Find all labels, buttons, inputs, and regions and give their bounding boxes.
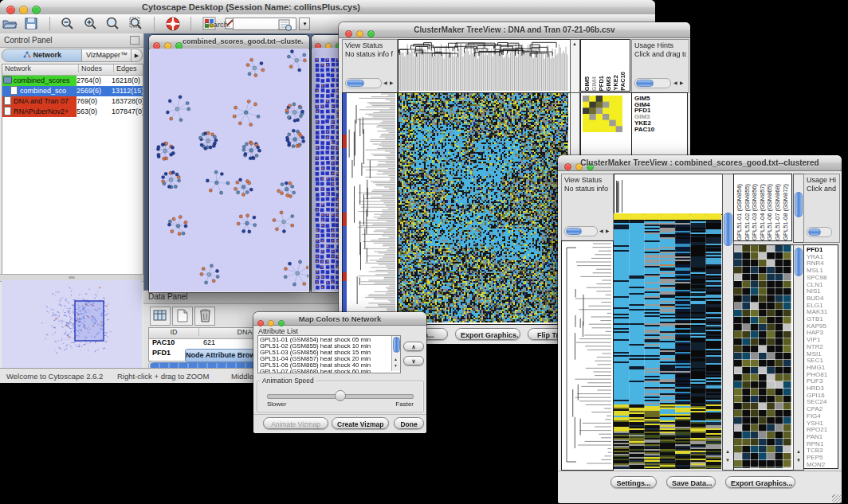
attribute-item[interactable]: GPL51-03 (GSM856) heat shock 15 min <box>260 350 400 356</box>
column-dendrogram-canvas[interactable] <box>398 40 568 91</box>
column-label[interactable]: GIM4 <box>591 76 598 91</box>
window-title: Cytoscape Desktop (Session Name: collins… <box>0 2 502 12</box>
heatmap-canvas[interactable] <box>614 213 721 469</box>
scroll-left-icon[interactable]: ◀ <box>383 80 387 85</box>
open-session-button[interactable] <box>2 16 18 34</box>
row-dendrogram-box <box>342 92 398 325</box>
similarity-matrix-canvas[interactable] <box>583 96 622 132</box>
hints-hscrollbar[interactable] <box>807 227 832 237</box>
export-graphics-button[interactable]: Export Graphics... <box>455 328 520 340</box>
row-label[interactable]: PAC10 <box>634 127 687 133</box>
column-label[interactable]: GPL51-06 (GSM865) <box>766 184 774 240</box>
attribute-item[interactable]: GPL51-01 (GSM854) heat shock 05 min <box>260 337 400 343</box>
treeview2-titlebar[interactable]: ClusterMaker TreeView : combined_scores_… <box>558 155 842 171</box>
attribute-item[interactable]: GPL51-02 (GSM855) heat shock 10 min <box>260 343 400 350</box>
zoom-out-icon[interactable] <box>60 16 76 35</box>
network-list-item[interactable]: RNAPuberNov2+ 563(0)107847(0) <box>2 107 143 117</box>
column-label[interactable]: PFD1 <box>598 76 605 91</box>
export-graphics-button[interactable]: Export Graphics... <box>725 476 795 488</box>
column-labels: GIM5GIM4PFD1GIM3YKE2PAC10 <box>580 39 630 92</box>
column-label[interactable]: YKE2 <box>612 75 619 91</box>
save-data-button[interactable]: Save Data... <box>666 476 716 488</box>
usage-hints-title: Usage Hints <box>634 41 673 49</box>
birdseye-view[interactable] <box>2 280 142 368</box>
network1-title: combined_scores_good.txt--cluste... <box>183 37 304 45</box>
status-hscrollbar[interactable] <box>345 78 382 88</box>
hints-hscrollbar[interactable] <box>634 78 671 88</box>
attribute-select-button[interactable] <box>150 307 171 326</box>
column-label[interactable]: GPL51-03 (GSM856) <box>751 184 759 240</box>
heatmap-vscrollbar[interactable]: ▲▼ <box>722 174 734 471</box>
dialog-titlebar[interactable]: Map Colors to Network <box>253 312 426 326</box>
tab-network[interactable]: Network <box>2 49 83 62</box>
animate-vizmap-button[interactable]: Animate Vizmap <box>263 417 328 429</box>
scroll-right-icon[interactable]: ▶ <box>390 80 394 85</box>
column-label[interactable]: GPL51-04 (GSM857) <box>759 184 767 240</box>
attribute-item[interactable]: GPL51-04 (GSM857) heat shock 20 min <box>260 356 400 362</box>
zoom-selected-icon[interactable] <box>128 16 144 35</box>
search-dropdown-button[interactable]: ▾ <box>299 18 310 30</box>
desktop: Cytoscape Desktop (Session Name: collins… <box>0 0 848 504</box>
tab-overflow-arrow[interactable]: ▶ <box>131 49 143 62</box>
col-nodes[interactable]: Nodes <box>78 64 102 72</box>
help-icon[interactable] <box>165 16 181 35</box>
network-list-item-selected[interactable]: combined_sco 2569(6)13112(15) <box>2 86 143 96</box>
delete-attribute-icon[interactable] <box>194 307 215 326</box>
scroll-right-icon[interactable]: ▶ <box>606 229 610 233</box>
status-hscrollbar[interactable] <box>564 226 598 236</box>
zoom-fit-icon[interactable] <box>105 16 121 35</box>
move-down-button[interactable]: ∨ <box>403 356 424 365</box>
view-status-panel: View Status No status info f ◀ ▶ <box>342 39 398 93</box>
network-list-item[interactable]: DNA and Tran 07 769(0)183728(0) <box>2 96 143 107</box>
treeview2-window: ClusterMaker TreeView : combined_scores_… <box>558 155 842 503</box>
col-edges[interactable]: Edges <box>113 64 137 72</box>
desktop-gap <box>426 344 562 383</box>
tab-vizmapper[interactable]: VizMapper™ <box>81 49 132 62</box>
thin-scrollbar[interactable]: ▲ <box>570 39 580 93</box>
zoom-in-icon[interactable] <box>83 16 99 35</box>
scroll-left-icon[interactable]: ◀ <box>673 80 677 85</box>
network-canvas[interactable] <box>150 49 308 291</box>
network1-titlebar[interactable]: combined_scores_good.txt--cluste... <box>149 35 309 49</box>
genes-vscrollbar[interactable]: ▲▼ <box>793 244 804 471</box>
column-label[interactable]: GPL51-07 (GSM868) <box>774 184 782 240</box>
network-list-item[interactable]: combined_scores 2764(0)16218(0) <box>2 76 143 86</box>
node-attribute-browser-tab[interactable]: Node Attribute Brows <box>185 349 260 362</box>
gene-label[interactable]: MON2 <box>807 462 838 469</box>
treeview1-titlebar[interactable]: ClusterMaker TreeView : DNA and Tran 07-… <box>339 22 690 38</box>
search-box: ▾ <box>233 18 310 32</box>
column-label[interactable]: GPL51-01 (GSM854) <box>736 184 744 240</box>
treeview1-title: ClusterMaker TreeView : DNA and Tran 07-… <box>339 25 690 34</box>
id-column-header[interactable]: ID <box>149 328 198 336</box>
column-label[interactable]: GIM3 <box>605 76 612 91</box>
done-button[interactable]: Done <box>394 417 424 429</box>
slower-label: Slower <box>267 400 286 408</box>
column-label[interactable]: GPL51-02 (GSM855) <box>744 184 752 240</box>
scroll-right-icon[interactable]: ▶ <box>680 80 684 85</box>
column-dendrogram-canvas[interactable] <box>614 174 720 213</box>
labels-vscrollbar[interactable] <box>793 174 804 243</box>
list-vscrollbar[interactable]: ▲ ▼ <box>391 336 400 371</box>
column-label[interactable]: PAC10 <box>619 72 626 91</box>
float-panel-icon[interactable] <box>130 36 139 45</box>
data-panel-title: Data Panel <box>148 292 187 301</box>
settings-button[interactable]: Settings... <box>610 476 657 488</box>
speed-slider-thumb[interactable] <box>335 390 346 401</box>
resize-grip[interactable] <box>832 494 841 503</box>
create-vizmap-button[interactable]: Create Vizmap <box>332 417 389 429</box>
row-dendrogram-canvas[interactable] <box>347 93 395 322</box>
col-network[interactable]: Network <box>5 64 31 72</box>
attribute-item[interactable]: GPL51-07 (GSM868) heat shock 60 min <box>260 369 400 373</box>
move-up-button[interactable]: ∧ <box>403 342 424 351</box>
heatmap-canvas[interactable] <box>398 93 568 322</box>
attribute-item[interactable]: GPL51-06 (GSM865) heat shock 40 min <box>260 362 400 369</box>
control-panel-title: Control Panel <box>4 36 53 45</box>
main-titlebar[interactable]: Cytoscape Desktop (Session Name: collins… <box>0 0 655 15</box>
column-label[interactable]: GIM5 <box>583 76 591 91</box>
zoom-heatmap-canvas[interactable] <box>734 245 791 468</box>
new-attribute-button[interactable] <box>172 307 193 326</box>
scroll-left-icon[interactable]: ◀ <box>599 229 603 233</box>
row-dendrogram-canvas[interactable] <box>562 241 611 468</box>
column-label[interactable]: GPL51-08 (GSM872) <box>782 184 790 240</box>
save-session-button[interactable] <box>24 16 39 34</box>
